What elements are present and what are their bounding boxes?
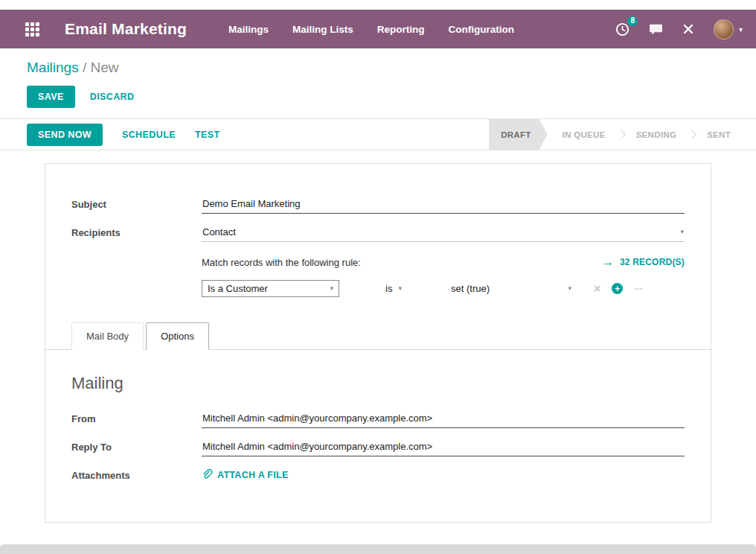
domain-filter-row: Is a Customer ▾ is ▾ set (true) ▾ (202, 280, 685, 297)
attachments-label: Attachments (71, 468, 202, 481)
breadcrumb-mailings[interactable]: Mailings (27, 60, 79, 75)
chevron-down-icon: ▾ (739, 25, 743, 34)
statusbar: SEND NOW SCHEDULE TEST DRAFT IN QUEUE SE… (0, 118, 756, 150)
state-sending[interactable]: SENDING (624, 130, 689, 139)
chevron-down-icon: ▾ (680, 229, 684, 235)
records-count-link: 32 RECORD(S) (620, 257, 685, 267)
nav-item-mailing-lists[interactable]: Mailing Lists (292, 24, 353, 35)
tab-mail-body[interactable]: Mail Body (71, 322, 144, 350)
filter-field-select[interactable]: Is a Customer ▾ (202, 280, 339, 297)
recipients-row: Recipients Contact ▾ (71, 225, 685, 242)
statusbar-buttons: SEND NOW SCHEDULE TEST (27, 124, 220, 146)
subject-label: Subject (71, 197, 202, 214)
state-draft[interactable]: DRAFT (489, 119, 547, 150)
nav-item-mailings[interactable]: Mailings (228, 24, 269, 35)
test-button[interactable]: TEST (195, 130, 220, 140)
discard-button[interactable]: DISCARD (90, 92, 135, 102)
state-sent[interactable]: SENT (695, 130, 743, 139)
reply-to-input[interactable]: Mitchell Admin <admin@yourcompany.exampl… (202, 439, 685, 456)
control-panel: Mailings / New SAVE DISCARD (0, 48, 756, 108)
nav-item-reporting[interactable]: Reporting (377, 24, 425, 35)
state-in-queue[interactable]: IN QUEUE (551, 130, 618, 139)
recipients-value: Contact (202, 226, 236, 238)
nav-menu: Mailings Mailing Lists Reporting Configu… (228, 24, 514, 35)
attach-file-label: ATTACH A FILE (217, 470, 289, 480)
apps-grid-icon[interactable] (25, 22, 39, 36)
notebook-tabs: Mail Body Options (45, 322, 711, 350)
chevron-down-icon: ▾ (398, 285, 402, 292)
subject-row: Subject Demo Email Marketing (71, 197, 685, 214)
filter-operator-select[interactable]: is ▾ (385, 283, 432, 294)
tab-options[interactable]: Options (146, 322, 209, 350)
nav-right: 8 ▾ (615, 19, 743, 39)
rule-text: Match records with the following rule: (202, 257, 361, 268)
send-now-button[interactable]: SEND NOW (27, 124, 103, 146)
section-title: Mailing (71, 374, 685, 393)
app-title: Email Marketing (65, 20, 187, 38)
from-label: From (71, 411, 202, 428)
bottom-scroll-strip (0, 544, 756, 554)
top-navbar: Email Marketing Mailings Mailing Lists R… (0, 10, 756, 48)
records-button[interactable]: → 32 RECORD(S) (602, 256, 685, 268)
wrench-tools-icon[interactable] (682, 23, 694, 35)
page: Email Marketing Mailings Mailing Lists R… (0, 0, 756, 554)
schedule-button[interactable]: SCHEDULE (122, 130, 176, 140)
from-input[interactable]: Mitchell Admin <admin@yourcompany.exampl… (202, 411, 685, 428)
recipients-select[interactable]: Contact ▾ (202, 225, 685, 242)
form-sheet: Subject Demo Email Marketing Recipients … (45, 163, 711, 523)
content-area: Subject Demo Email Marketing Recipients … (0, 150, 756, 523)
control-panel-buttons: SAVE DISCARD (27, 86, 729, 108)
subject-input[interactable]: Demo Email Marketing (202, 197, 685, 214)
rule-row: Match records with the following rule: →… (71, 253, 685, 297)
attach-file-button[interactable]: ATTACH A FILE (202, 468, 685, 480)
paperclip-icon (202, 469, 213, 480)
nav-item-configuration[interactable]: Configuration (449, 24, 514, 35)
reply-to-row: Reply To Mitchell Admin <admin@yourcompa… (71, 439, 685, 456)
from-row: From Mitchell Admin <admin@yourcompany.e… (71, 411, 685, 428)
breadcrumb-current: New (91, 60, 119, 75)
reply-to-label: Reply To (71, 439, 202, 456)
user-menu[interactable]: ▾ (714, 19, 743, 39)
save-button[interactable]: SAVE (27, 86, 75, 108)
remove-rule-icon[interactable]: × (594, 283, 600, 295)
activity-clock-icon[interactable]: 8 (615, 22, 630, 36)
add-rule-icon[interactable]: + (612, 283, 623, 294)
filter-value-select[interactable]: set (true) ▾ (451, 283, 571, 294)
messages-icon[interactable] (649, 23, 663, 36)
breadcrumb: Mailings / New (27, 60, 729, 76)
arrow-right-icon: → (602, 256, 614, 268)
options-tab-content: Mailing From Mitchell Admin <admin@yourc… (45, 350, 711, 522)
avatar (714, 19, 734, 39)
recipients-label: Recipients (71, 225, 202, 242)
breadcrumb-separator: / (83, 60, 86, 75)
chevron-down-icon: ▾ (330, 285, 333, 292)
status-pipeline: DRAFT IN QUEUE SENDING SENT (489, 119, 756, 150)
chevron-down-icon: ▾ (568, 285, 571, 292)
attachments-row: Attachments ATTACH A FILE (71, 468, 685, 481)
more-options-icon[interactable]: ••• (634, 285, 642, 292)
activity-count-badge: 8 (627, 16, 638, 26)
